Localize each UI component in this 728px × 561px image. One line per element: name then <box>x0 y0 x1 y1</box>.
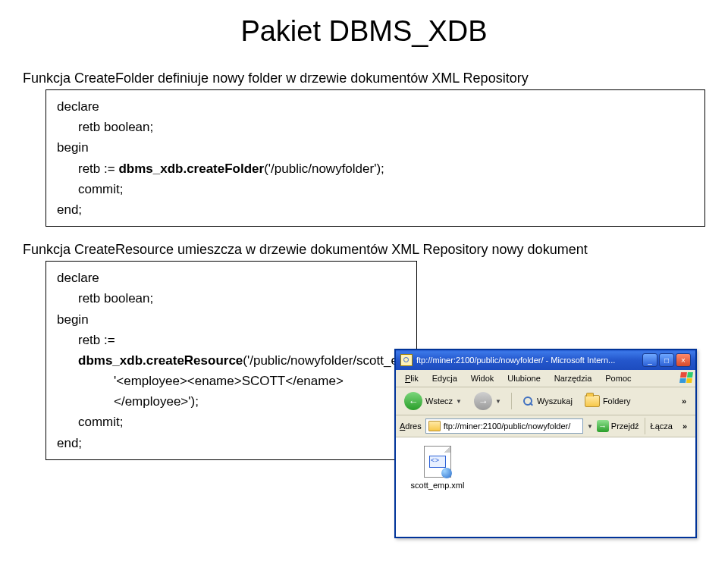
search-button[interactable]: Wyszukaj <box>518 393 576 409</box>
separator <box>645 418 645 434</box>
code-line: retb := dbms_xdb.createResource('/public… <box>57 330 406 371</box>
window-titlebar[interactable]: ftp://miner:2100/public/nowyfolder/ - Mi… <box>396 350 695 370</box>
forward-icon: → <box>474 392 492 410</box>
minimize-button[interactable]: _ <box>642 353 657 367</box>
chevron-down-icon: ▼ <box>456 398 462 405</box>
code-line: commit; <box>57 179 694 199</box>
menu-tools[interactable]: Narzędzia <box>548 372 598 384</box>
maximize-button[interactable]: □ <box>659 353 674 367</box>
code-line: begin <box>57 309 406 330</box>
menu-bar: Plik Edycja Widok Ulubione Narzędzia Pom… <box>396 370 695 387</box>
code-line: '<employee><ename>SCOTT</ename></employe… <box>57 371 406 412</box>
file-item[interactable]: scott_emp.xml <box>403 446 472 490</box>
menu-help[interactable]: Pomoc <box>599 372 637 384</box>
menu-view[interactable]: Widok <box>465 372 500 384</box>
links-overflow[interactable]: » <box>678 422 692 431</box>
ie-browser-window: ftp://miner:2100/public/nowyfolder/ - Mi… <box>394 349 697 490</box>
address-input[interactable]: ftp://miner:2100/public/nowyfolder/ <box>425 418 583 434</box>
toolbar: ← Wstecz ▼ → ▼ Wyszukaj Foldery » <box>396 387 695 415</box>
windows-logo-icon <box>679 372 693 383</box>
code-line: end; <box>57 199 694 220</box>
go-button[interactable]: → Przejdź <box>597 420 639 432</box>
search-icon <box>522 395 534 407</box>
toolbar-overflow[interactable]: » <box>677 396 691 406</box>
back-icon: ← <box>404 392 422 410</box>
code-line: commit; <box>57 412 406 432</box>
xml-file-icon <box>424 446 451 478</box>
code-line: end; <box>57 433 406 453</box>
back-button[interactable]: ← Wstecz ▼ <box>400 390 466 412</box>
code-line: retb := dbms_xdb.createFolder('/public/n… <box>57 158 694 179</box>
code-line: begin <box>57 137 694 158</box>
links-label[interactable]: Łącza <box>651 422 673 431</box>
code-block-createresource: declare retb boolean; begin retb := dbms… <box>46 261 417 460</box>
browser-content: scott_emp.xml <box>396 437 695 490</box>
description-createfolder: Funkcja CreateFolder definiuje nowy fold… <box>23 71 705 86</box>
forward-button[interactable]: → ▼ <box>470 390 505 412</box>
code-line: retb boolean; <box>57 117 694 137</box>
page-title: Pakiet DBMS_XDB <box>23 15 705 48</box>
description-createresource: Funkcja CreateResource umieszcza w drzew… <box>23 242 705 258</box>
code-line: declare <box>57 268 406 288</box>
menu-edit[interactable]: Edycja <box>426 372 463 384</box>
code-line: retb boolean; <box>57 288 406 309</box>
code-block-createfolder: declare retb boolean; begin retb := dbms… <box>46 89 705 227</box>
go-icon: → <box>597 420 609 432</box>
menu-file[interactable]: Plik <box>399 372 425 384</box>
folder-icon <box>428 421 441 431</box>
chevron-down-icon[interactable]: ▼ <box>587 423 593 430</box>
code-line: declare <box>57 96 694 117</box>
address-bar: Adres ftp://miner:2100/public/nowyfolder… <box>396 415 695 437</box>
ie-icon <box>400 354 413 366</box>
address-label: Adres <box>400 422 422 431</box>
separator <box>511 393 512 409</box>
window-title: ftp://miner:2100/public/nowyfolder/ - Mi… <box>416 356 615 365</box>
chevron-down-icon: ▼ <box>495 398 501 405</box>
folder-icon <box>585 395 600 407</box>
menu-favorites[interactable]: Ulubione <box>501 372 546 384</box>
file-name: scott_emp.xml <box>411 481 465 490</box>
close-button[interactable]: × <box>676 353 691 367</box>
folders-button[interactable]: Foldery <box>581 393 635 409</box>
